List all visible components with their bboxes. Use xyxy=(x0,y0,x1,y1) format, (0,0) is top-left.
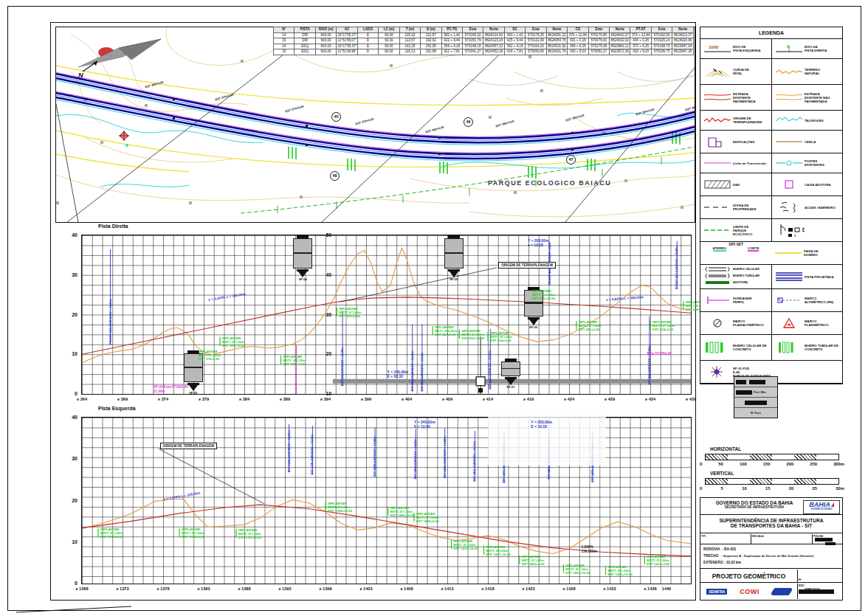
estrada-nao-pavimentada-icon xyxy=(774,91,805,103)
curve-number-marker[interactable]: 46 xyxy=(464,117,473,127)
curve-table-cell: 60,00 xyxy=(379,44,399,49)
legend-label: POSTESEXISTENTES xyxy=(805,159,824,167)
legend-item-right: FAIXA DEDOMÍNIO xyxy=(771,242,842,264)
curve-table-header: CS xyxy=(568,27,588,33)
scale-tick: 200 xyxy=(787,462,794,466)
series-terreno-natural xyxy=(82,499,691,553)
curve-number-marker[interactable]: 48 xyxy=(330,171,340,181)
mid-axis-label: 10 xyxy=(326,391,331,396)
curve-table-header: LADO xyxy=(357,27,378,33)
curve-table-cell: 570025,24 xyxy=(651,38,672,44)
legend-label: CAIXA ADUTORA xyxy=(805,183,831,187)
profile-plot-direita[interactable]: 010203040e 364e 369e 374e 379e 384e 389e… xyxy=(81,235,692,395)
curve-table[interactable]: N°PISTARAIO (m)ACLADOLC (m)T (m)D (m)PC-… xyxy=(273,27,694,55)
mid-axis-label: 50 xyxy=(326,232,331,238)
curve-table-cell: 8624052,18 xyxy=(483,49,504,55)
legend-label: ADUTORA xyxy=(733,280,748,284)
y-axis-label: 20 xyxy=(64,312,78,317)
y-axis-label: 10 xyxy=(64,351,78,356)
curva-nivel-icon xyxy=(702,65,733,78)
curve-table-cell: 370 + 12,84 xyxy=(568,32,588,38)
legend-label: BUEIRO TUBULAR DECONCRETO xyxy=(805,344,838,351)
culvert-annotation: IMPLANTARBSTC Ø 0,80mEST 1417+10,00 xyxy=(486,545,511,556)
curve-table-header: Este xyxy=(588,27,609,33)
curve-table-cell: 570056,83 xyxy=(526,49,546,55)
legend-row: ORIGEM DETERRAPLENAGEMTALVEGUES xyxy=(700,111,842,131)
curve-table-cell: 19°17'55,07" xyxy=(337,44,357,49)
culvert-annotation: IMPLANTARBSTC Ø 1,00mEST 1370+0,00 xyxy=(100,527,123,539)
curve-table-header: Norte xyxy=(546,27,567,33)
culvert-annotation: IMPLANTARBDTC Ø 1,20mEST 388+10,00 xyxy=(283,355,306,366)
org-line1: SUPERINTENDÊNCIA DE INFRAESTRUTURA xyxy=(700,518,842,523)
curve-table-cell: 431 + 0,26 xyxy=(568,38,588,44)
sondagem-annotation: SP-04 Este:571652,8421,60m xyxy=(154,385,188,393)
x-axis-label: e 1388 xyxy=(235,586,254,591)
x-axis-label: e 1373 xyxy=(113,586,132,591)
x-axis-label: e 1413 xyxy=(438,586,457,591)
curve-table-header: Este xyxy=(526,27,546,33)
sondagem-perfil-icon xyxy=(702,294,733,306)
legend-item-left: 1000EIXO DEPISTA ESQUERDA xyxy=(700,39,771,58)
edificacoes-icon xyxy=(702,135,733,148)
culvert-annotation: IMPLANTARBSTC Ø 1,00mEST 1413+10,00 xyxy=(454,539,478,550)
legend-item-right: PISTA PROJETADA xyxy=(771,265,842,288)
legend-item-right: MARCOPLANIMÉTRICO xyxy=(771,312,842,334)
x-axis-label: e 434 xyxy=(641,397,660,401)
legend-item-right: BUEIRO TUBULAR DECONCRETO xyxy=(771,335,842,360)
legend-row: DAECAIXA ADUTORA xyxy=(700,173,842,196)
furo-label: N° Furo xyxy=(751,412,761,415)
plan-view[interactable]: N PARQUE ECOLOGICO BAIACU EST 366+0,00ES… xyxy=(55,27,695,223)
curve-table-cell: 372 + 6,25 xyxy=(630,44,651,49)
curve-number-marker[interactable]: 47 xyxy=(566,155,576,165)
horizontal-scale-bar xyxy=(705,454,839,460)
y-axis-label: 40 xyxy=(64,232,78,238)
seinfra-logo: SEINFRA xyxy=(706,589,727,595)
x-axis-label: e 1428 xyxy=(559,586,579,591)
sinalizacao-icon: z xyxy=(774,223,805,238)
curve-table-cell: 570081,27 xyxy=(588,49,609,55)
x-axis-label: e 409 xyxy=(438,397,457,401)
profile-plot-esquerda[interactable]: 010203040e 1368e 1373e 1378e 1383e 1388e… xyxy=(81,417,692,584)
talvegues-icon xyxy=(774,114,805,126)
curve-table-cell: 116,13 xyxy=(399,49,420,55)
scale-tick: 5 xyxy=(721,486,723,491)
culvert-annotation: IMPLANTARBSTC Ø 1,00mEST 1432+10,00 xyxy=(608,565,633,576)
legend-row: CURVA DENÍVELTERRENONATURAL xyxy=(700,59,842,85)
legend-label: MARCOPLANIMÉTRICO xyxy=(805,319,829,327)
station-elevation-annotation: EST 1412+10,00 ELEV = 12,80m xyxy=(443,429,447,479)
curve-table-header: AC xyxy=(337,27,357,33)
curve-table-cell: 8624123,26 xyxy=(483,38,504,44)
curve-table-cell: ESQ xyxy=(294,49,315,55)
profile-title-esquerda: Pista Esquerda xyxy=(98,406,136,411)
curve-table-cell: 600,00 xyxy=(315,44,336,49)
curve-table-row: 15ESQ600,0011°51'08,98"D60,00116,13191,6… xyxy=(274,49,694,55)
x-axis-label: e 369 xyxy=(113,397,132,401)
logos-cell: SEINFRA COWI xyxy=(700,584,798,599)
prof-min-label: Prof. Mín. xyxy=(754,391,766,394)
curve-table-cell: E xyxy=(357,44,378,49)
vertical-curve-annotation: Y = 345,00mE = 12,40 xyxy=(414,420,435,429)
legend-label: SONDAGEMPERFIL xyxy=(733,297,751,304)
postes-icon xyxy=(774,157,805,169)
borehole-log-sample: Prof. Mín. N° Furo xyxy=(734,376,778,418)
scale-tick: 0 xyxy=(700,462,702,466)
curve-number-marker[interactable]: 45 xyxy=(331,112,341,122)
scale-tick: 150 xyxy=(763,462,771,466)
curve-table-cell: 421 + 7,81 xyxy=(441,49,462,55)
curve-table-cell: 570076,00 xyxy=(588,38,609,44)
legend-label: TALVEGUES xyxy=(805,119,824,122)
x-axis-label: e 1423 xyxy=(519,586,538,591)
legend-label: EIXO DEPISTA ESQUERDA xyxy=(733,45,761,52)
curve-table-cell: 8623972,39 xyxy=(610,49,630,55)
svg-text:z: z xyxy=(794,233,796,238)
curve-table-header: N° xyxy=(274,27,294,33)
legend-label: MARCOALTIMÉTRICO (RN) xyxy=(805,297,833,304)
legend-title: LEGENDA xyxy=(700,27,842,39)
x-axis-label: e 384 xyxy=(235,397,254,401)
estrada-pavimentada-icon xyxy=(702,91,733,103)
curve-table-header: Norte xyxy=(483,27,504,33)
profile-series-svg xyxy=(82,235,691,394)
scale-tick: 100 xyxy=(740,462,747,466)
legend-item-left: DAE xyxy=(700,173,771,195)
legend-item-left: DIVISA DEPROPRIEDADE xyxy=(700,196,771,218)
